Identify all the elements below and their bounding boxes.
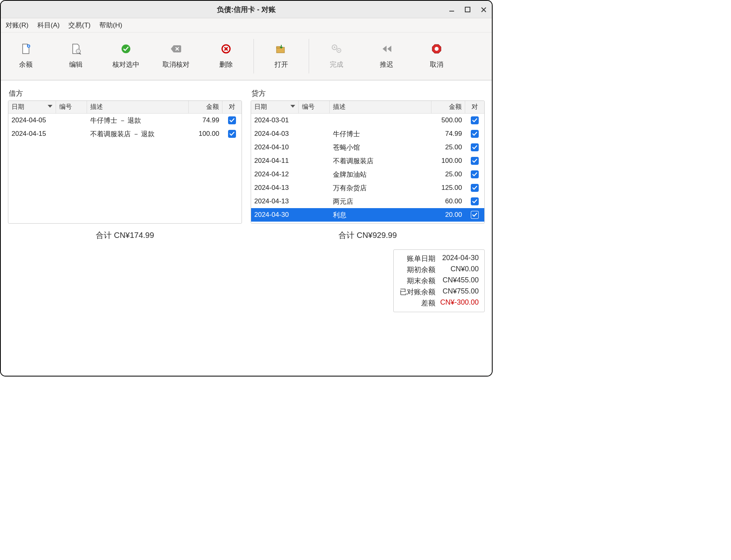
cell-reconciled[interactable] [465,181,484,195]
table-row[interactable]: 2024-04-13两元店60.00 [251,195,484,208]
cell-desc: 利息 [330,208,431,222]
table-row[interactable]: 2024-04-15不着调服装店 － 退款100.00 [8,127,242,141]
maximize-button[interactable] [463,5,472,14]
table-row[interactable]: 2024-03-01500.00 [251,114,484,127]
difference-label: 差额 [399,298,435,308]
debit-pane: 借方 日期 编号 描述 金额 对 2024-04-05牛仔博士 － 退款74.9… [8,89,242,241]
balance-button[interactable]: 余额 [1,35,51,77]
cell-reconciled[interactable] [465,141,484,154]
cell-reconciled[interactable] [465,127,484,141]
cell-date: 2024-04-05 [8,114,56,127]
stop-icon [431,43,442,54]
difference-value: CN¥-300.00 [439,298,479,308]
toolbar-label: 打开 [275,60,288,69]
table-row[interactable]: 2024-04-12金牌加油站25.00 [251,168,484,181]
app-window: 负债:信用卡 - 对账 对账(R) 科目(A) 交易(T) 帮助(H) 余额 [0,0,493,377]
document-edit-icon [70,43,81,54]
cell-desc: 不着调服装店 [330,154,431,168]
summary-box: 账单日期 2024-04-30 期初余额 CN¥0.00 期末余额 CN¥455… [393,249,485,312]
cell-amount: 60.00 [431,195,465,208]
col-header-amount[interactable]: 金额 [189,101,222,113]
cell-date: 2024-03-01 [251,114,299,127]
col-header-amount[interactable]: 金额 [431,101,465,113]
cell-amount: 74.99 [431,127,465,141]
menu-transaction[interactable]: 交易(T) [68,21,91,30]
cell-num [299,208,330,222]
cell-num [299,154,330,168]
cell-desc: 金牌加油站 [330,168,431,181]
table-row[interactable]: 2024-04-13万有杂货店125.00 [251,181,484,195]
document-new-icon [20,43,31,54]
svg-point-11 [334,46,335,48]
close-button[interactable] [479,5,488,14]
credit-pane: 贷方 日期 编号 描述 金额 对 2024-03-01500.002024-04… [251,89,485,241]
toolbar-separator [309,39,309,73]
cell-reconciled[interactable] [222,114,242,127]
cell-reconciled[interactable] [222,127,242,141]
edit-button[interactable]: 编辑 [51,35,101,77]
cell-reconciled[interactable] [465,154,484,168]
open-icon [276,43,287,54]
debit-total: 合计 CN¥174.99 [8,230,242,241]
cell-date: 2024-04-11 [251,154,299,168]
col-header-date[interactable]: 日期 [8,101,56,113]
toolbar-label: 取消 [430,60,443,69]
cancel-button[interactable]: 取消 [412,35,462,77]
table-row[interactable]: 2024-04-30利息20.00 [251,208,484,222]
cell-reconciled[interactable] [465,168,484,181]
table-row[interactable]: 2024-04-10苍蝇小馆25.00 [251,141,484,154]
finish-button[interactable]: 完成 [311,35,362,77]
checked-icon [471,211,479,219]
col-header-desc[interactable]: 描述 [87,101,189,113]
postpone-button[interactable]: 推迟 [362,35,412,77]
debit-grid-body[interactable]: 2024-04-05牛仔博士 － 退款74.992024-04-15不着调服装店… [8,114,242,223]
reconcile-selection-button[interactable]: 核对选中 [101,35,151,77]
reconciled-balance-label: 已对账余额 [399,287,435,297]
cell-num [299,181,330,195]
toolbar-label: 推迟 [380,60,393,69]
debit-grid: 日期 编号 描述 金额 对 2024-04-05牛仔博士 － 退款74.9920… [8,100,242,224]
cell-num [299,141,330,154]
checked-icon [471,184,479,192]
delete-button[interactable]: 删除 [201,35,251,77]
menu-reconcile[interactable]: 对账(R) [6,21,29,30]
cell-reconciled[interactable] [465,195,484,208]
toolbar-label: 取消核对 [162,60,190,69]
cell-num [299,127,330,141]
table-row[interactable]: 2024-04-11不着调服装店100.00 [251,154,484,168]
menu-help[interactable]: 帮助(H) [99,21,122,30]
starting-balance-value: CN¥0.00 [439,265,479,274]
delete-circle-icon [220,43,232,54]
credit-grid-body[interactable]: 2024-03-01500.002024-04-03牛仔博士74.992024-… [251,114,484,223]
toolbar-label: 完成 [330,60,343,69]
cell-date: 2024-04-10 [251,141,299,154]
starting-balance-label: 期初余额 [399,265,435,274]
table-row[interactable]: 2024-04-05牛仔博士 － 退款74.99 [8,114,242,127]
checked-icon [228,130,236,138]
menubar: 对账(R) 科目(A) 交易(T) 帮助(H) [1,18,492,33]
menu-account[interactable]: 科目(A) [37,21,60,30]
cell-desc: 两元店 [330,195,431,208]
cell-reconciled[interactable] [465,208,484,222]
col-header-recn[interactable]: 对 [222,101,242,113]
table-row[interactable]: 2024-04-03牛仔博士74.99 [251,127,484,141]
minimize-button[interactable] [447,5,456,14]
cell-num [299,195,330,208]
credit-grid-header: 日期 编号 描述 金额 对 [251,101,484,114]
cell-desc: 万有杂货店 [330,181,431,195]
unreconcile-button[interactable]: 取消核对 [151,35,201,77]
cell-date: 2024-04-13 [251,195,299,208]
cell-amount: 25.00 [431,168,465,181]
cell-date: 2024-04-30 [251,208,299,222]
cell-amount: 100.00 [431,154,465,168]
cell-amount: 125.00 [431,181,465,195]
col-header-num[interactable]: 编号 [299,101,330,113]
cell-num [56,127,87,141]
col-header-num[interactable]: 编号 [56,101,87,113]
cell-reconciled[interactable] [465,114,484,127]
col-header-desc[interactable]: 描述 [330,101,431,113]
cell-desc: 苍蝇小馆 [330,141,431,154]
col-header-recn[interactable]: 对 [465,101,484,113]
open-button[interactable]: 打开 [256,35,306,77]
col-header-date[interactable]: 日期 [251,101,299,113]
